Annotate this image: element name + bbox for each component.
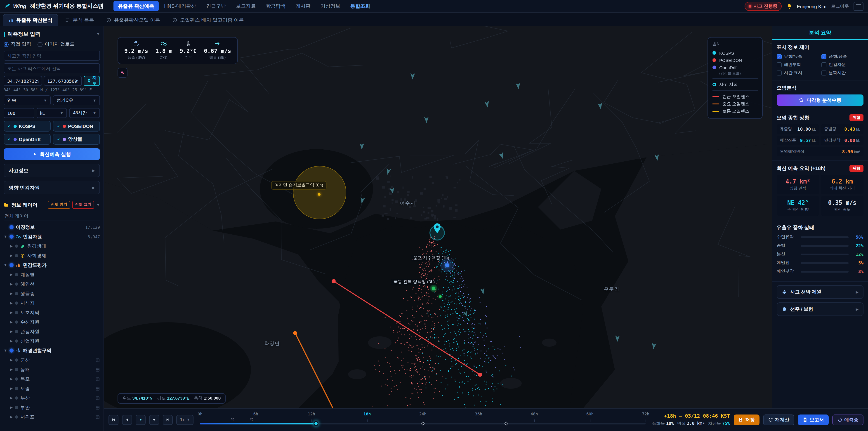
layer-toggle[interactable] [15, 368, 18, 371]
layer-row-해경관할구역[interactable]: ▼해경관할구역 [4, 346, 100, 355]
display-option-민감자원[interactable]: 민감자원 [822, 62, 864, 68]
layer-row-수산자원[interactable]: ▶수산자원 [4, 317, 100, 327]
layer-row-목포[interactable]: ▶목포 [4, 374, 100, 384]
nav-item-긴급구난[interactable]: 긴급구난 [202, 1, 230, 11]
layer-row-서식지[interactable]: ▶서식지 [4, 298, 100, 308]
amount-input[interactable] [4, 108, 34, 118]
layer-toggle[interactable] [9, 348, 13, 352]
layers-all-off-button[interactable]: 전체 끄기 [72, 201, 94, 209]
timeline-track[interactable]: 0h6h12h18h24h36h48h60h72h♡♡ [200, 409, 646, 431]
step-back-button[interactable] [122, 415, 132, 425]
prediction-input-header[interactable]: 예측정보 입력▼ [4, 31, 100, 37]
layer-toggle[interactable] [9, 225, 13, 229]
hamburger-menu-icon[interactable] [854, 2, 864, 11]
tab-오일펜스 배치 알고리즘 이론[interactable]: 오일펜스 배치 알고리즘 이론 [167, 14, 249, 26]
layer-row-계절별[interactable]: ▶계절별 [4, 270, 100, 279]
layer-toggle[interactable] [15, 339, 18, 343]
layers-all-on-button[interactable]: 전체 켜기 [48, 201, 70, 209]
layer-row-관광자원[interactable]: ▶관광자원 [4, 327, 100, 336]
nav-item-보고자료[interactable]: 보고자료 [231, 1, 260, 11]
model-chip-OpenDrift[interactable]: ✓OpenDrift [4, 134, 51, 145]
region-map-icon[interactable] [95, 386, 100, 391]
layer-toggle[interactable] [15, 320, 18, 324]
model-chip-앙상블[interactable]: ✓앙상블 [53, 134, 100, 145]
unit-select[interactable]: kL▼ [36, 108, 67, 118]
region-map-icon[interactable] [95, 396, 100, 400]
map-canvas[interactable]: 여자만 습지보호구역 (6h)여수시웅포 해수욕장 (1h)국동 전복 양식장 … [104, 26, 772, 408]
incident-pin[interactable] [431, 222, 443, 234]
layer-toggle[interactable] [15, 406, 18, 409]
map-style-toggle-button[interactable] [118, 68, 127, 78]
report-button[interactable]: 보고서 [798, 414, 829, 425]
layer-toggle[interactable] [15, 273, 18, 276]
layer-toggle[interactable] [15, 396, 18, 400]
region-map-icon[interactable] [95, 405, 100, 410]
layer-row-서귀포[interactable]: ▶서귀포 [4, 412, 100, 422]
layer-row-군산[interactable]: ▶군산 [4, 355, 100, 365]
accident-info-section[interactable]: 사고정보▶ [4, 164, 100, 177]
poi-marker[interactable] [318, 193, 320, 196]
layer-toggle[interactable] [15, 377, 18, 380]
layer-toggle[interactable] [15, 245, 18, 248]
layer-row-생물종[interactable]: ▶생물종 [4, 289, 100, 298]
display-option-유향/유속[interactable]: ✓유향/유속 [777, 54, 819, 60]
radio-image-upload[interactable]: 이미지 업로드 [37, 41, 74, 48]
timeline-event-marker[interactable] [421, 422, 425, 426]
layer-row-동해[interactable]: ▶동해 [4, 365, 100, 374]
recalculate-button[interactable]: 재계산 [763, 414, 794, 425]
layer-toggle[interactable] [15, 359, 18, 362]
spill-type-select[interactable]: 연속▼ [4, 95, 51, 105]
layer-toggle[interactable] [15, 415, 18, 419]
poi-marker[interactable] [445, 263, 449, 267]
nav-item-HNS·대기확산[interactable]: HNS·대기확산 [160, 1, 201, 11]
timeline-bookmark-icon[interactable]: ♡ [231, 418, 235, 422]
nav-item-항공탐색[interactable]: 항공탐색 [261, 1, 290, 11]
display-option-시간 표시[interactable]: 시간 표시 [777, 70, 819, 76]
poi-marker[interactable] [439, 295, 442, 298]
latitude-input[interactable] [4, 76, 42, 86]
display-option-풍향/풍속[interactable]: ✓풍향/풍속 [822, 54, 864, 60]
layer-toggle[interactable] [15, 292, 18, 295]
layer-toggle[interactable] [15, 387, 18, 390]
region-map-icon[interactable] [95, 367, 100, 372]
run-prediction-button[interactable]: 확산예측 실행 [4, 148, 100, 160]
model-chip-KOSPS[interactable]: ✓KOSPS [4, 121, 51, 131]
incident-name-input[interactable] [4, 51, 100, 61]
layer-toggle[interactable] [15, 330, 18, 333]
layer-row-산업자원[interactable]: ▶산업자원 [4, 336, 100, 346]
region-map-icon[interactable] [95, 377, 100, 381]
polygon-analysis-button[interactable]: 다각형 분석수행 [777, 94, 864, 106]
notification-bell-icon[interactable] [786, 3, 792, 9]
owner-insurance-section[interactable]: 선주 / 보험▶ [777, 302, 864, 316]
pick-on-map-button[interactable]: 지도 [84, 76, 100, 86]
master-layer-row[interactable]: 전체 레이어 [4, 212, 100, 221]
layer-row-민감도평가[interactable]: ▼민감도평가 [4, 260, 100, 270]
timeline-handle[interactable] [313, 421, 318, 426]
layer-row-부산[interactable]: ▶부산 [4, 393, 100, 403]
ship-spec-section[interactable]: 사고 선박 제원▶ [777, 285, 864, 299]
layer-row-해안선[interactable]: ▶해안선 [4, 279, 100, 289]
layer-toggle[interactable] [15, 302, 18, 305]
play-button[interactable] [135, 415, 146, 425]
impact-resources-section[interactable]: 영향 민감자원▶ [4, 181, 100, 194]
radio-direct-input[interactable]: 직접 입력 [4, 41, 31, 48]
nav-item-유출유 확산예측[interactable]: 유출유 확산예측 [114, 1, 159, 11]
tab-유출유 확산분석[interactable]: 유출유 확산분석 [3, 14, 58, 26]
model-chip-POSEIDON[interactable]: ✓POSEIDON [53, 121, 100, 131]
nav-item-게시판[interactable]: 게시판 [291, 1, 315, 11]
nav-item-통합조회[interactable]: 통합조회 [346, 1, 375, 11]
layer-row-보호지역[interactable]: ▶보호지역 [4, 308, 100, 317]
save-button[interactable]: 저장 [734, 414, 759, 425]
layer-toggle[interactable] [15, 282, 18, 286]
region-map-icon[interactable] [95, 358, 100, 362]
layer-row-부안[interactable]: ▶부안 [4, 403, 100, 412]
layer-toggle[interactable] [9, 235, 13, 239]
tab-유출유확산모델 이론[interactable]: 유출유확산모델 이론 [101, 14, 165, 26]
timeline-bookmark-icon[interactable]: ♡ [250, 418, 254, 422]
speed-select[interactable]: 1x▼ [176, 415, 194, 425]
timeline-event-marker[interactable] [504, 422, 508, 426]
fast-forward-button[interactable] [149, 415, 159, 425]
layer-row-민감자원[interactable]: ▼민감자원3,947 [4, 232, 100, 241]
skip-end-button[interactable] [163, 415, 173, 425]
oil-type-select[interactable]: 벙커C유▼ [53, 95, 100, 105]
